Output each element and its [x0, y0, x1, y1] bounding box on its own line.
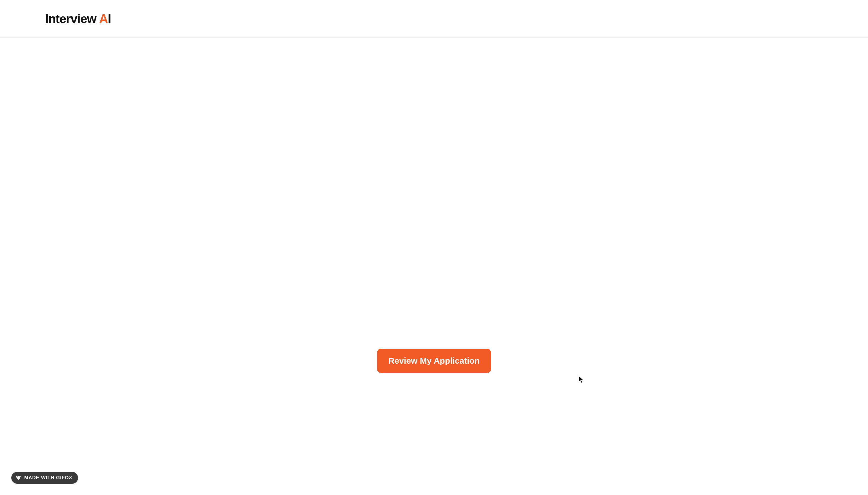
watermark-badge: MADE WITH GIFOX	[11, 472, 78, 484]
cursor-icon	[578, 375, 584, 383]
gifox-icon	[15, 475, 21, 481]
logo-text-part3: I	[108, 12, 111, 26]
main-content: Review My Application	[0, 38, 868, 495]
logo-text-part2: A	[99, 12, 108, 26]
logo-text-part1: Interview	[45, 12, 97, 26]
review-application-button[interactable]: Review My Application	[377, 349, 491, 373]
header: Interview A I	[0, 0, 868, 38]
logo: Interview A I	[45, 12, 111, 26]
watermark-text: MADE WITH GIFOX	[24, 475, 72, 481]
